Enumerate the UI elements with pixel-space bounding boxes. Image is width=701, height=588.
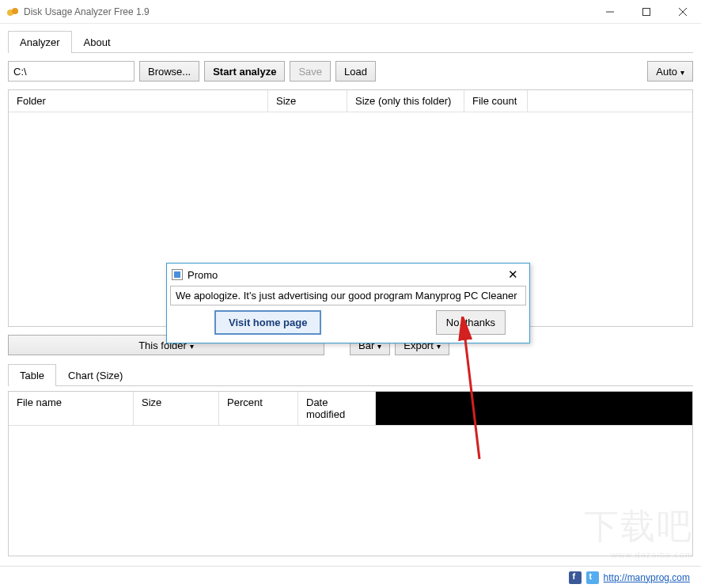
save-button: Save: [290, 61, 331, 82]
maximize-button[interactable]: [628, 0, 665, 24]
col-size[interactable]: Size: [268, 90, 347, 112]
promo-dialog: Promo ✕ We apologize. It's just advertis…: [166, 263, 530, 343]
promo-buttons: Visit home page No, thanks: [167, 310, 529, 343]
chevron-down-icon: [680, 66, 684, 78]
svg-point-1: [12, 8, 18, 14]
svg-rect-3: [643, 8, 650, 15]
auto-label: Auto: [656, 66, 677, 78]
col-size-only[interactable]: Size (only this folder): [347, 90, 464, 112]
promo-close-button[interactable]: ✕: [501, 267, 525, 282]
col-folder[interactable]: Folder: [9, 90, 268, 112]
window-titlebar: Disk Usage Analyzer Free 1.9: [0, 0, 701, 24]
footer: http://manyprog.com: [0, 566, 701, 588]
homepage-link[interactable]: http://manyprog.com: [604, 572, 690, 583]
no-thanks-button[interactable]: No, thanks: [436, 310, 506, 335]
file-grid: File name Size Percent Date modified: [8, 391, 693, 556]
app-icon: [6, 6, 19, 18]
sub-tabs: Table Chart (Size): [8, 363, 693, 386]
facebook-icon[interactable]: [569, 571, 582, 584]
file-grid-header: File name Size Percent Date modified: [9, 392, 692, 426]
promo-icon: [172, 269, 183, 280]
top-toolbar: Browse... Start analyze Save Load Auto: [8, 61, 693, 82]
window-title: Disk Usage Analyzer Free 1.9: [24, 6, 592, 17]
col-size2[interactable]: Size: [134, 392, 219, 426]
tab-analyzer[interactable]: Analyzer: [8, 31, 72, 53]
folder-grid-header: Folder Size Size (only this folder) File…: [9, 90, 692, 112]
col-spacer: [528, 90, 692, 112]
col-file-count[interactable]: File count: [464, 90, 528, 112]
promo-titlebar[interactable]: Promo ✕: [167, 264, 529, 286]
browse-button[interactable]: Browse...: [139, 61, 199, 82]
load-button[interactable]: Load: [335, 61, 376, 82]
promo-title-text: Promo: [188, 269, 501, 281]
promo-message: We apologize. It's just advertising our …: [170, 286, 526, 305]
col-percent[interactable]: Percent: [219, 392, 298, 426]
col-date-modified[interactable]: Date modified: [298, 392, 376, 426]
twitter-icon[interactable]: [586, 571, 599, 584]
tab-chart-size[interactable]: Chart (Size): [56, 364, 135, 386]
visit-homepage-button[interactable]: Visit home page: [214, 310, 321, 335]
main-tabs: Analyzer About: [8, 30, 693, 53]
close-button[interactable]: [665, 0, 701, 24]
path-input[interactable]: [8, 61, 135, 82]
col-filename[interactable]: File name: [9, 392, 134, 426]
tab-table[interactable]: Table: [8, 364, 56, 386]
file-grid-body[interactable]: [9, 426, 692, 556]
auto-dropdown[interactable]: Auto: [647, 61, 693, 82]
tab-about[interactable]: About: [72, 31, 123, 53]
minimize-button[interactable]: [592, 0, 628, 24]
start-analyze-button[interactable]: Start analyze: [204, 61, 285, 82]
col-chart-area: [376, 392, 692, 426]
